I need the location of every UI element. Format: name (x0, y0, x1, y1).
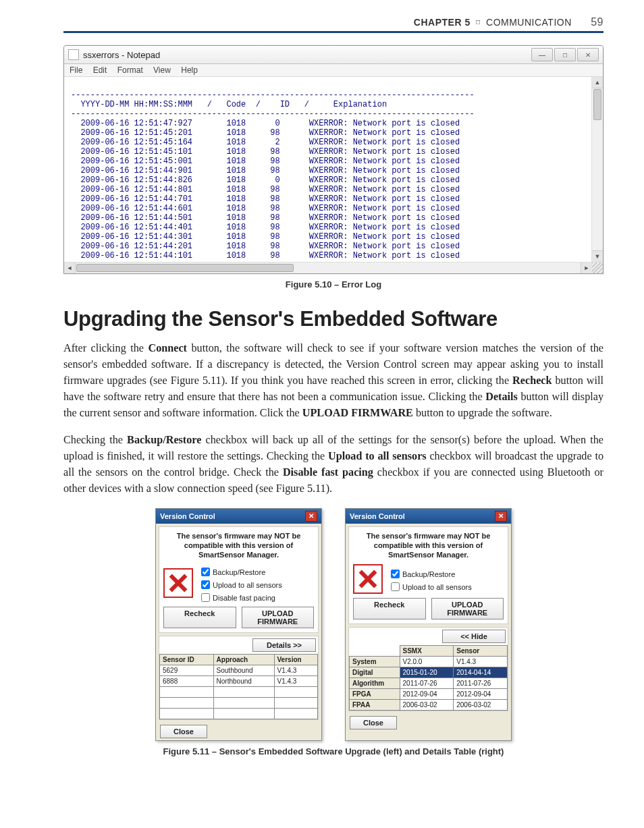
paragraph-1: After clicking the Connect button, the s… (63, 341, 603, 422)
dialog-title: Version Control (160, 512, 305, 520)
col-sensor: Sensor (454, 645, 508, 656)
table-row (160, 686, 318, 697)
menu-format[interactable]: Format (117, 65, 143, 75)
disable-pacing-checkbox[interactable]: Disable fast pacing (198, 590, 282, 603)
table-row: FPGA 2012-09-04 2012-09-04 (350, 688, 508, 699)
col-sensor-id: Sensor ID (160, 654, 214, 665)
scroll-thumb-v[interactable] (593, 89, 601, 120)
scroll-down-icon[interactable]: ▼ (592, 250, 603, 262)
section-label: COMMUNICATION (486, 17, 572, 28)
titlebar[interactable]: ssxerrors - Notepad — □ ✕ (64, 46, 603, 64)
version-control-dialog-left: Version Control ✕ The sensor's firmware … (155, 508, 322, 741)
col-approach: Approach (213, 654, 274, 665)
paragraph-2: Checking the Backup/Restore checkbox wil… (63, 433, 603, 497)
menu-edit[interactable]: Edit (93, 65, 107, 75)
chapter-label: CHAPTER 5 (414, 17, 471, 28)
table-row: System V2.0.0 V1.4.3 (350, 656, 508, 667)
version-control-dialog-right: Version Control ✕ The sensor's firmware … (345, 508, 512, 741)
scroll-left-icon[interactable]: ◄ (64, 263, 76, 273)
table-row[interactable]: 5629 Southbound V1.4.3 (160, 665, 318, 675)
recheck-button[interactable]: Recheck (163, 607, 236, 628)
scroll-up-icon[interactable]: ▲ (592, 77, 603, 88)
dialog-title: Version Control (350, 512, 495, 520)
menu-file[interactable]: File (70, 65, 82, 75)
running-header: CHAPTER 5 □ COMMUNICATION 59 (63, 16, 603, 33)
table-row (160, 708, 318, 719)
warning-text: The sensor's firmware may NOT be compati… (163, 531, 314, 560)
upload-firmware-button[interactable]: UPLOAD FIRMWARE (242, 607, 315, 628)
horizontal-scrollbar[interactable]: ◄ ► (64, 262, 603, 273)
table-row[interactable]: 6888 Northbound V1.4.3 (160, 675, 318, 686)
backup-restore-checkbox[interactable]: Backup/Restore (198, 564, 282, 577)
table-row: Digital 2015-01-20 2014-04-14 (350, 667, 508, 678)
recheck-button[interactable]: Recheck (353, 598, 426, 619)
section-heading: Upgrading the Sensor's Embedded Software (63, 307, 603, 331)
dialog-titlebar[interactable]: Version Control ✕ (156, 509, 321, 524)
col-version: Version (274, 654, 318, 665)
dialog-titlebar[interactable]: Version Control ✕ (346, 509, 511, 524)
details-button[interactable]: Details >> (252, 638, 316, 652)
menubar: File Edit Format View Help (64, 64, 603, 77)
close-button[interactable]: ✕ (577, 48, 599, 61)
hide-button[interactable]: << Hide (442, 630, 506, 643)
error-icon (163, 568, 193, 598)
table-row (160, 697, 318, 708)
upload-firmware-button[interactable]: UPLOAD FIRMWARE (431, 598, 504, 619)
window-title: ssxerrors - Notepad (83, 50, 530, 60)
minimize-button[interactable]: — (531, 48, 553, 61)
close-button[interactable]: Close (160, 725, 207, 738)
notepad-window: ssxerrors - Notepad — □ ✕ File Edit Form… (63, 45, 603, 274)
resize-grip-icon[interactable] (592, 263, 603, 273)
menu-help[interactable]: Help (181, 65, 198, 75)
table-row: FPAA 2006-03-02 2006-03-02 (350, 699, 508, 710)
scroll-right-icon[interactable]: ► (581, 263, 592, 273)
upload-all-checkbox[interactable]: Upload to all sensors (198, 577, 282, 590)
close-icon[interactable]: ✕ (305, 511, 317, 522)
figure-5-10-caption: Figure 5.10 – Error Log (63, 279, 603, 289)
document-icon (68, 49, 79, 60)
details-table: SSMX Sensor System V2.0.0 V1.4.3 Digital… (349, 645, 508, 711)
log-text-area[interactable]: ----------------------------------------… (64, 77, 603, 262)
menu-view[interactable]: View (153, 65, 171, 75)
error-icon (353, 564, 383, 594)
vertical-scrollbar[interactable]: ▲ ▼ (591, 77, 603, 262)
sensor-table: Sensor ID Approach Version 5629 Southbou… (159, 654, 318, 719)
table-row: Algorithm 2011-07-26 2011-07-26 (350, 678, 508, 688)
warning-text: The sensor's firmware may NOT be compati… (353, 531, 504, 560)
scroll-thumb-h[interactable] (76, 264, 294, 272)
close-icon[interactable]: ✕ (495, 511, 507, 522)
figure-5-11-caption: Figure 5.11 – Sensor's Embedded Software… (63, 746, 603, 756)
backup-restore-checkbox[interactable]: Backup/Restore (388, 566, 472, 579)
maximize-button[interactable]: □ (554, 48, 576, 61)
page-number: 59 (591, 16, 603, 28)
col-ssmx: SSMX (400, 645, 454, 656)
upload-all-checkbox[interactable]: Upload to all sensors (388, 579, 472, 592)
square-glyph: □ (473, 18, 483, 26)
close-button[interactable]: Close (350, 716, 397, 729)
